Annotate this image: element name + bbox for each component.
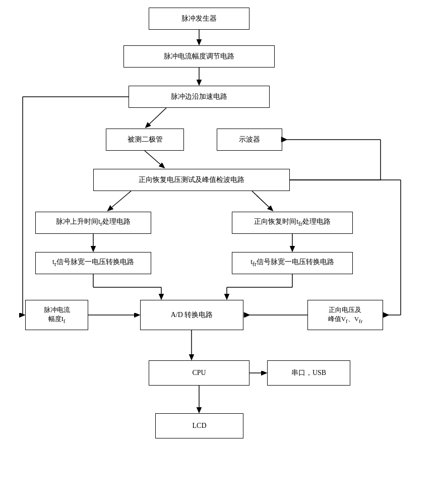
box-pulse-current-amp: 脉冲电流幅度If <box>25 300 88 330</box>
box-pulse-gen: 脉冲发生器 <box>149 8 249 30</box>
box-diode: 被测二极管 <box>106 129 184 151</box>
box-lcd: LCD <box>155 413 243 438</box>
box-recovery-circuit: 正向恢复电压测试及峰值检波电路 <box>93 169 290 191</box>
box-serial-usb: 串口，USB <box>267 360 350 386</box>
box-tfr-pulse-voltage: tfr信号脉宽一电压转换电路 <box>232 252 353 274</box>
box-tr-pulse-voltage: tr信号脉宽一电压转换电路 <box>35 252 151 274</box>
svg-line-7 <box>108 191 131 210</box>
box-pulse-edge: 脉冲边沿加速电路 <box>129 86 270 108</box>
svg-line-5 <box>146 108 166 127</box>
svg-line-6 <box>145 151 164 167</box>
box-ad-converter: A/D 转换电路 <box>140 300 243 330</box>
box-oscilloscope: 示波器 <box>217 129 282 151</box>
box-cpu: CPU <box>149 360 249 386</box>
box-pulse-amp: 脉冲电流幅度调节电路 <box>123 45 275 68</box>
diagram-container: 脉冲发生器 脉冲电流幅度调节电路 脉冲边沿加速电路 被测二极管 示波器 正向恢复… <box>0 0 439 504</box>
box-rise-time: 脉冲上升时间tr处理电路 <box>35 212 151 234</box>
box-forward-voltage: 正向电压及峰值Vf、Vfr <box>307 300 383 330</box>
svg-line-8 <box>252 191 272 210</box>
box-recovery-time: 正向恢复时间tfr处理电路 <box>232 212 353 234</box>
